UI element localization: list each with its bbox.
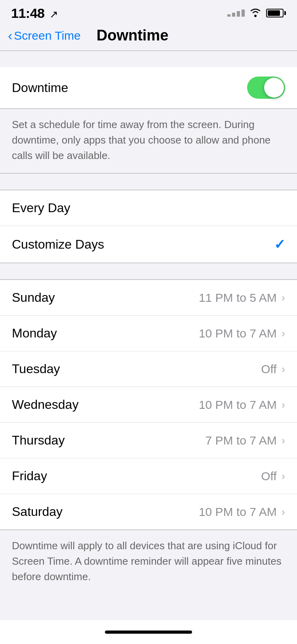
back-label: Screen Time (14, 29, 80, 42)
monday-label: Monday (12, 326, 57, 341)
toggle-knob (264, 78, 284, 98)
gray-spacer-top (0, 51, 297, 67)
friday-label: Friday (12, 469, 47, 483)
description-box: Set a schedule for time away from the sc… (0, 109, 297, 173)
description-text: Set a schedule for time away from the sc… (12, 117, 285, 163)
page-title: Downtime (97, 27, 169, 44)
thursday-row[interactable]: Thursday 7 PM to 7 AM › (0, 422, 297, 458)
friday-chevron-icon: › (282, 470, 285, 483)
monday-row[interactable]: Monday 10 PM to 7 AM › (0, 315, 297, 351)
location-icon: ↗ (50, 8, 58, 20)
back-chevron-icon: ‹ (8, 29, 12, 42)
status-icons (227, 7, 286, 19)
status-time: 11:48 ↗ (11, 6, 58, 21)
tuesday-label: Tuesday (12, 362, 60, 376)
checkmark-icon: ✓ (274, 236, 285, 252)
downtime-label: Downtime (12, 80, 68, 95)
downtime-toggle[interactable] (247, 77, 285, 99)
footer-text: Downtime will apply to all devices that … (12, 538, 285, 585)
every-day-label: Every Day (12, 201, 70, 215)
status-bar: 11:48 ↗ (0, 0, 297, 24)
saturday-time: 10 PM to 7 AM › (199, 505, 285, 519)
gray-spacer-days (0, 263, 297, 279)
saturday-chevron-icon: › (282, 506, 285, 518)
nav-bar: ‹ Screen Time Downtime (0, 24, 297, 50)
sunday-time: 11 PM to 5 AM › (199, 291, 285, 305)
thursday-label: Thursday (12, 433, 65, 448)
saturday-row[interactable]: Saturday 10 PM to 7 AM › (0, 494, 297, 529)
sunday-chevron-icon: › (282, 291, 285, 304)
downtime-section: Downtime (0, 67, 297, 108)
wednesday-label: Wednesday (12, 397, 78, 412)
wednesday-chevron-icon: › (282, 399, 285, 411)
schedule-options: Every Day Customize Days ✓ (0, 190, 297, 263)
wednesday-time: 10 PM to 7 AM › (199, 398, 285, 412)
tuesday-row[interactable]: Tuesday Off › (0, 351, 297, 387)
wednesday-row[interactable]: Wednesday 10 PM to 7 AM › (0, 387, 297, 422)
signal-icon (227, 10, 245, 17)
tuesday-chevron-icon: › (282, 363, 285, 376)
sunday-row[interactable]: Sunday 11 PM to 5 AM › (0, 280, 297, 315)
monday-chevron-icon: › (282, 327, 285, 340)
svg-point-0 (254, 15, 257, 17)
tuesday-time: Off › (261, 362, 285, 376)
customize-days-label: Customize Days (12, 237, 104, 252)
downtime-toggle-row: Downtime (0, 67, 297, 108)
every-day-row[interactable]: Every Day (0, 190, 297, 226)
back-button[interactable]: ‹ Screen Time (8, 29, 81, 42)
friday-row[interactable]: Friday Off › (0, 458, 297, 494)
sunday-label: Sunday (12, 290, 55, 305)
wifi-icon (249, 7, 262, 19)
battery-icon (266, 9, 286, 17)
home-indicator-area (0, 620, 297, 644)
thursday-chevron-icon: › (282, 434, 285, 447)
thursday-time: 7 PM to 7 AM › (206, 434, 285, 447)
gray-spacer-mid (0, 174, 297, 190)
home-indicator (105, 631, 192, 634)
monday-time: 10 PM to 7 AM › (199, 327, 285, 340)
saturday-label: Saturday (12, 504, 63, 519)
footer-note: Downtime will apply to all devices that … (0, 530, 297, 596)
friday-time: Off › (261, 470, 285, 483)
days-section: Sunday 11 PM to 5 AM › Monday 10 PM to 7… (0, 280, 297, 529)
customize-days-row[interactable]: Customize Days ✓ (0, 226, 297, 263)
